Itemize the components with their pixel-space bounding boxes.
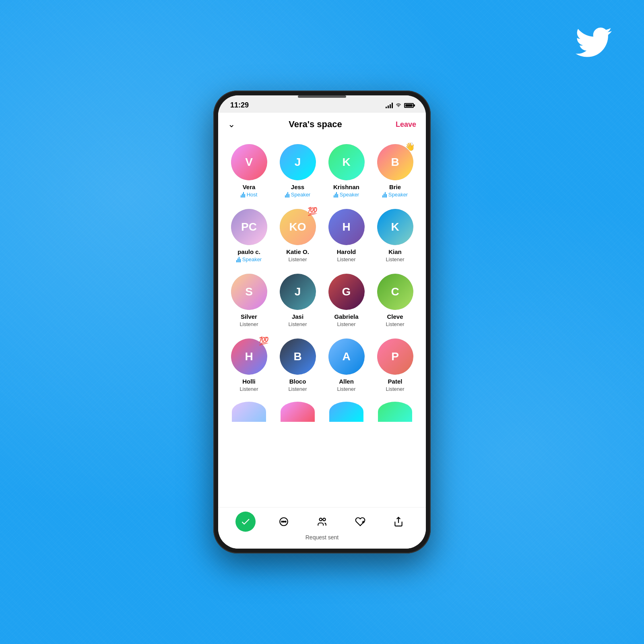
participant-brie[interactable]: B 👋 Brie Speaker	[371, 138, 419, 203]
participant-name-brie: Brie	[389, 184, 401, 190]
participant-role-allen: Listener	[337, 386, 355, 392]
request-check-button[interactable]	[235, 512, 256, 532]
participant-name-jasi: Jasi	[292, 313, 303, 320]
svg-point-3	[285, 521, 286, 522]
avatar-wrapper-cleve: C	[377, 274, 413, 310]
bottom-bar: Request sent	[218, 507, 426, 549]
wifi-icon	[395, 103, 402, 108]
participant-name-krishnan: Krishnan	[333, 184, 359, 190]
participant-role-gabriela: Listener	[337, 321, 355, 327]
participant-cleve[interactable]: C Cleve Listener	[371, 268, 419, 333]
participant-patel[interactable]: P Patel Listener	[371, 333, 419, 398]
avatar-krishnan: K	[328, 144, 365, 180]
participant-katie[interactable]: KO 💯 Katie O. Listener	[273, 203, 322, 268]
participant-name-katie: Katie O.	[286, 248, 309, 255]
avatar-wrapper-patel: P	[377, 339, 413, 375]
request-sent-label: Request sent	[305, 534, 339, 541]
avatar-wrapper-gabriela: G	[328, 274, 365, 310]
follow-button[interactable]	[350, 512, 370, 532]
participant-kian[interactable]: K Kian Listener	[371, 203, 419, 268]
avatar-allen: A	[328, 339, 365, 375]
people-button[interactable]	[312, 512, 332, 532]
participant-name-silver: Silver	[241, 313, 257, 320]
participant-vera[interactable]: V Vera Host	[225, 138, 273, 203]
avatar-patel: P	[377, 339, 413, 375]
participants-grid: V Vera Host J Jess Speaker K Krishnan	[225, 138, 419, 398]
battery-icon	[404, 103, 414, 108]
partial-participants-row	[225, 398, 419, 422]
participant-role-paulo: Speaker	[236, 256, 262, 262]
emoji-badge-holli: 💯	[259, 337, 269, 345]
participant-allen[interactable]: A Allen Listener	[322, 333, 371, 398]
avatar-wrapper-paulo: PC	[231, 209, 267, 245]
avatar-silver: S	[231, 274, 267, 310]
participant-paulo[interactable]: PC paulo c. Speaker	[225, 203, 273, 268]
status-bar: 11:29	[218, 95, 426, 113]
participant-role-vera: Host	[241, 192, 258, 198]
avatar-wrapper-silver: S	[231, 274, 267, 310]
participant-name-holli: Holli	[242, 378, 256, 385]
phone-notch	[298, 95, 346, 98]
status-time: 11:29	[230, 101, 249, 109]
participants-container: V Vera Host J Jess Speaker K Krishnan	[218, 134, 426, 507]
avatar-bloco: B	[280, 339, 316, 375]
chat-button[interactable]	[274, 512, 294, 532]
mic-icon-krishnan	[334, 192, 338, 198]
participant-holli[interactable]: H 💯 Holli Listener	[225, 333, 273, 398]
participant-role-kian: Listener	[386, 256, 404, 262]
participant-gabriela[interactable]: G Gabriela Listener	[322, 268, 371, 333]
participant-role-katie: Listener	[288, 256, 307, 262]
participant-jess[interactable]: J Jess Speaker	[273, 138, 322, 203]
participant-role-cleve: Listener	[386, 321, 404, 327]
share-button[interactable]	[388, 512, 409, 532]
bottom-actions	[218, 512, 426, 532]
minimize-button[interactable]: ⌄	[228, 119, 235, 130]
avatar-jasi: J	[280, 274, 316, 310]
leave-button[interactable]: Leave	[396, 120, 416, 129]
emoji-badge-katie: 💯	[308, 207, 318, 215]
avatar-wrapper-krishnan: K	[328, 144, 365, 180]
partial-participant-p18	[273, 398, 322, 422]
participant-name-harold: Harold	[337, 248, 356, 255]
participant-role-brie: Speaker	[382, 192, 408, 198]
mic-icon-jess	[285, 192, 289, 198]
partial-participant-p19	[322, 398, 371, 422]
participant-bloco[interactable]: B Bloco Listener	[273, 333, 322, 398]
participant-jasi[interactable]: J Jasi Listener	[273, 268, 322, 333]
participant-name-kian: Kian	[388, 248, 402, 255]
avatar-wrapper-jasi: J	[280, 274, 316, 310]
avatar-cleve: C	[377, 274, 413, 310]
avatar-jess: J	[280, 144, 316, 180]
participant-role-jess: Speaker	[285, 192, 310, 198]
participant-role-harold: Listener	[337, 256, 355, 262]
avatar-wrapper-holli: H 💯	[231, 339, 267, 375]
svg-point-1	[281, 521, 283, 522]
twitter-logo	[576, 24, 612, 60]
avatar-gabriela: G	[328, 274, 365, 310]
participant-harold[interactable]: H Harold Listener	[322, 203, 371, 268]
participant-name-paulo: paulo c.	[237, 248, 260, 255]
avatar-wrapper-allen: A	[328, 339, 365, 375]
partial-participant-p17	[225, 398, 273, 422]
app-header: ⌄ Vera's space Leave	[218, 113, 426, 134]
participant-role-bloco: Listener	[288, 386, 307, 392]
avatar-paulo: PC	[231, 209, 267, 245]
avatar-wrapper-bloco: B	[280, 339, 316, 375]
participant-role-jasi: Listener	[288, 321, 307, 327]
participant-role-holli: Listener	[239, 386, 258, 392]
status-icons	[386, 103, 414, 108]
participant-name-patel: Patel	[388, 378, 402, 385]
avatar-vera: V	[231, 144, 267, 180]
svg-point-5	[323, 518, 326, 521]
participant-name-gabriela: Gabriela	[334, 313, 358, 320]
mic-icon-vera	[241, 192, 245, 198]
participant-silver[interactable]: S Silver Listener	[225, 268, 273, 333]
participant-role-krishnan: Speaker	[334, 192, 359, 198]
svg-point-4	[319, 518, 322, 521]
avatar-wrapper-vera: V	[231, 144, 267, 180]
avatar-wrapper-katie: KO 💯	[280, 209, 316, 245]
participant-krishnan[interactable]: K Krishnan Speaker	[322, 138, 371, 203]
emoji-badge-brie: 👋	[405, 142, 415, 151]
participant-name-cleve: Cleve	[387, 313, 403, 320]
participant-name-bloco: Bloco	[289, 378, 306, 385]
